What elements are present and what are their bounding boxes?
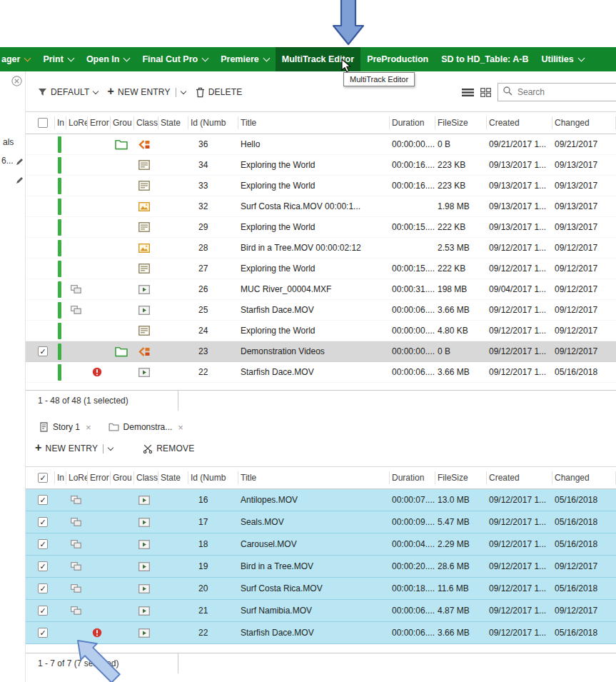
table-row[interactable]: ✓21Surf Namibia.MOV00:00:06....4.87 MB09… xyxy=(25,600,616,622)
row-title: Antilopes.MOV xyxy=(238,489,390,511)
row-checkbox[interactable]: ✓ xyxy=(38,628,48,638)
table-row[interactable]: ✓16Antilopes.MOV00:00:07....13.0 MB09/12… xyxy=(25,489,616,511)
table-row[interactable]: 32Surf Costa Rica.MOV 00:00:1...1.98 MB0… xyxy=(25,196,616,217)
menu-item-utilities[interactable]: Utilities xyxy=(535,47,590,71)
menu-item-label: Utilities xyxy=(541,54,573,64)
table-row[interactable]: ✓17Seals.MOV00:00:09....5.47 MB09/12/201… xyxy=(25,511,616,533)
row-created: 09/12/2017 1... xyxy=(487,321,552,341)
pagination-text: 1 - 48 of 48 (1 selected) xyxy=(25,391,178,411)
row-changed: 09/12/2017 xyxy=(552,341,616,361)
close-icon[interactable]: × xyxy=(86,422,91,433)
search-input[interactable] xyxy=(516,86,615,98)
column-header-created[interactable]: Created xyxy=(487,471,552,484)
filter-default-button[interactable]: DEFAULT xyxy=(38,87,98,97)
row-checkbox[interactable]: ✓ xyxy=(38,517,48,527)
row-id: 19 xyxy=(188,556,238,577)
column-header-class[interactable]: Class xyxy=(134,116,158,129)
table-row[interactable]: 22Starfish Dace.MOV00:00:06....3.66 MB09… xyxy=(25,362,616,383)
table-row[interactable]: 29Exploring the World00:00:15....222 KB0… xyxy=(25,217,616,238)
table-row[interactable]: 33Exploring the World00:00:16....223 KB0… xyxy=(25,176,616,196)
column-header-in[interactable]: In xyxy=(55,116,66,129)
menu-item-open-in[interactable]: Open In xyxy=(80,47,136,71)
select-all-checkbox[interactable]: ✓ xyxy=(38,473,48,483)
close-icon[interactable]: × xyxy=(178,422,183,433)
table-row[interactable]: 24Exploring the World00:00:00....4.80 KB… xyxy=(25,321,616,341)
column-header-title[interactable]: Title xyxy=(238,471,390,484)
table-row[interactable]: ✓19Bird in a Tree.MOV00:00:20....28.6 MB… xyxy=(25,556,616,578)
column-header-id-numb[interactable]: Id (Numb xyxy=(188,471,238,484)
folder-icon xyxy=(115,346,128,357)
row-title: Bird in a Tree.MOV xyxy=(238,556,390,577)
row-checkbox[interactable]: ✓ xyxy=(38,561,48,571)
menu-item-ager[interactable]: ager xyxy=(0,47,36,71)
edit-pen-icon[interactable] xyxy=(16,156,24,169)
menu-item-premiere[interactable]: Premiere xyxy=(214,47,276,71)
remove-label: REMOVE xyxy=(156,443,194,453)
table-row[interactable]: 27Exploring the World00:00:15....222 KB0… xyxy=(25,259,616,279)
list-view-icon[interactable] xyxy=(462,88,474,97)
row-checkbox[interactable]: ✓ xyxy=(38,495,48,505)
column-header-changed[interactable]: Changed xyxy=(552,471,616,484)
column-header-duration[interactable]: Duration xyxy=(390,116,435,129)
column-header-created[interactable]: Created xyxy=(487,116,552,129)
column-header-id-numb[interactable]: Id (Numb xyxy=(188,116,238,129)
row-checkbox[interactable]: ✓ xyxy=(38,583,48,593)
column-header-title[interactable]: Title xyxy=(238,116,390,129)
new-entry-button[interactable]: + NEW ENTRY xyxy=(108,87,186,97)
column-header-grou[interactable]: Grou xyxy=(111,116,134,129)
row-filesize: 3.66 MB xyxy=(435,362,487,382)
table-row[interactable]: 26MUC River_00004.MXF00:00:31....198 MB0… xyxy=(25,279,616,300)
filter-funnel-icon xyxy=(38,88,47,96)
table-row[interactable]: ✓18Carousel.MOV00:00:04....2.29 MB09/12/… xyxy=(25,533,616,556)
panel-label: als xyxy=(3,137,14,147)
menu-item-final-cut-pro[interactable]: Final Cut Pro xyxy=(136,47,214,71)
table-row[interactable]: ✓20Surf Costa Rica.MOV00:00:18....11.6 M… xyxy=(25,578,616,600)
row-checkbox[interactable]: ✓ xyxy=(38,539,48,549)
row-checkbox[interactable]: ✓ xyxy=(38,606,48,616)
lores-proxy-icon xyxy=(71,562,81,571)
column-header-filesize[interactable]: FileSize xyxy=(435,116,487,129)
lower-table-header: ✓InLoReErrorGrouClassStateId (NumbTitleD… xyxy=(25,466,616,489)
column-header-in[interactable]: In xyxy=(55,471,66,484)
column-header-filesize[interactable]: FileSize xyxy=(435,471,487,484)
menu-item-sd-to-hd-table-a-b[interactable]: SD to HD_Table: A-B xyxy=(435,47,535,71)
column-header-state[interactable]: State xyxy=(158,116,188,129)
search-box xyxy=(498,83,616,101)
grid-view-icon[interactable] xyxy=(480,88,491,97)
table-row[interactable]: 28Bird in a Tree.MOV 00:00:02:122.53 MB0… xyxy=(25,238,616,259)
upper-table-body: 36Hello00:00:00....0 B09/21/2017 1...09/… xyxy=(25,134,616,383)
row-title: Bird in a Tree.MOV 00:00:02:12 xyxy=(238,238,390,258)
new-entry-button[interactable]: + NEW ENTRY xyxy=(35,443,113,453)
delete-button[interactable]: DELETE xyxy=(196,87,243,98)
menu-item-label: Premiere xyxy=(221,54,259,64)
column-header-lore[interactable]: LoRe xyxy=(66,471,88,484)
row-duration: 00:00:15.... xyxy=(390,259,435,279)
edit-pen-icon[interactable] xyxy=(16,174,24,187)
titler-icon xyxy=(138,160,150,170)
select-all-checkbox[interactable] xyxy=(38,118,48,128)
row-id: 33 xyxy=(188,176,238,196)
row-checkbox[interactable]: ✓ xyxy=(38,346,48,356)
column-header-class[interactable]: Class xyxy=(134,471,158,484)
row-created: 09/12/2017 1... xyxy=(487,238,552,258)
tab-story-1[interactable]: Story 1× xyxy=(35,422,91,433)
video-clip-icon xyxy=(138,628,150,638)
table-row[interactable]: 34Exploring the World00:00:16....223 KB0… xyxy=(25,155,616,176)
column-header-duration[interactable]: Duration xyxy=(390,471,435,484)
column-header-grou[interactable]: Grou xyxy=(111,471,134,484)
column-header-error[interactable]: Error xyxy=(88,471,111,484)
table-row[interactable]: ✓23Demonstration Videos00:00:00....0 B09… xyxy=(25,341,616,362)
lores-proxy-icon xyxy=(71,306,81,314)
column-header-error[interactable]: Error xyxy=(88,116,111,129)
tab-demonstra[interactable]: Demonstra...× xyxy=(104,422,183,433)
column-header-changed[interactable]: Changed xyxy=(552,116,616,129)
table-row[interactable]: 36Hello00:00:00....0 B09/21/2017 1...09/… xyxy=(25,134,616,155)
row-changed: 05/16/2018 xyxy=(552,578,616,599)
menu-item-print[interactable]: Print xyxy=(36,47,79,71)
table-row[interactable]: 25Starfish Dace.MOV00:00:06....3.66 MB09… xyxy=(25,300,616,321)
menu-item-preproduction[interactable]: PreProduction xyxy=(360,47,435,71)
column-header-state[interactable]: State xyxy=(158,471,188,484)
column-header-lore[interactable]: LoRe xyxy=(66,116,88,129)
remove-button[interactable]: REMOVE xyxy=(143,443,194,453)
close-panel-icon[interactable] xyxy=(11,76,22,89)
